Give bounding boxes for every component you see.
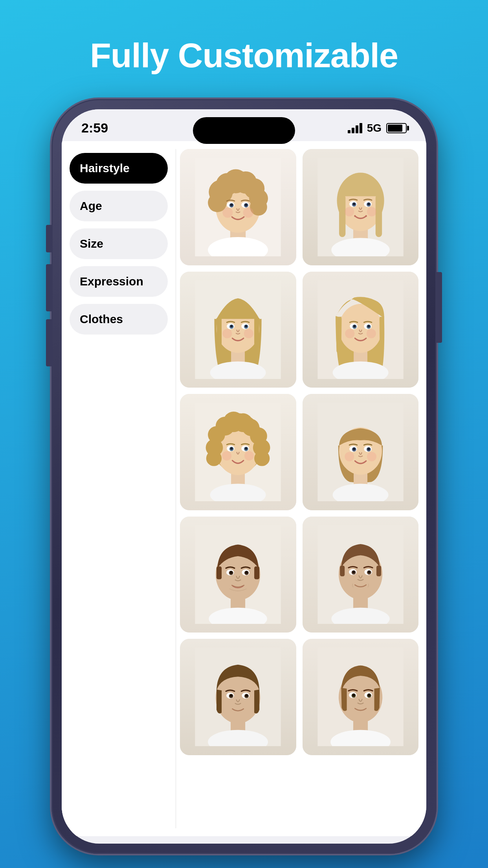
- svg-point-75: [254, 451, 270, 466]
- portrait-3[interactable]: [180, 272, 296, 388]
- svg-point-19: [243, 208, 253, 218]
- portrait-1[interactable]: [180, 149, 296, 265]
- svg-rect-101: [254, 566, 259, 579]
- svg-rect-113: [376, 565, 381, 576]
- volume-down-button: [46, 319, 51, 366]
- svg-point-95: [367, 452, 376, 462]
- svg-point-16: [230, 204, 233, 206]
- svg-point-92: [353, 448, 356, 451]
- volume-up-button: [46, 264, 51, 311]
- network-type: 5G: [367, 122, 382, 134]
- svg-point-106: [230, 571, 233, 574]
- svg-point-46: [245, 325, 248, 327]
- portrait-4[interactable]: [303, 272, 419, 388]
- svg-point-60: [367, 329, 376, 338]
- sidebar-item-hairstyle[interactable]: Hairstyle: [70, 153, 168, 184]
- svg-rect-100: [216, 566, 222, 579]
- svg-point-81: [245, 447, 248, 450]
- portrait-5[interactable]: [180, 394, 296, 510]
- svg-point-58: [367, 325, 370, 327]
- sidebar: Hairstyle Age Size Expression Clothes: [62, 141, 176, 836]
- dynamic-island: [193, 117, 295, 144]
- svg-point-59: [345, 329, 354, 338]
- portrait-8[interactable]: [303, 517, 419, 633]
- svg-point-107: [245, 571, 248, 574]
- portrait-10[interactable]: [303, 639, 419, 755]
- app-content: Hairstyle Age Size Expression Clothes: [62, 141, 426, 836]
- portrait-7[interactable]: [180, 517, 296, 633]
- svg-point-118: [352, 570, 355, 573]
- svg-rect-25: [339, 194, 345, 237]
- portrait-9[interactable]: [180, 639, 296, 755]
- battery-icon: [386, 123, 407, 133]
- sidebar-item-clothes[interactable]: Clothes: [70, 304, 168, 335]
- svg-point-18: [222, 208, 233, 218]
- mute-button: [46, 225, 51, 252]
- svg-point-57: [353, 325, 356, 327]
- svg-point-139: [368, 694, 371, 697]
- sidebar-item-expression[interactable]: Expression: [70, 266, 168, 297]
- sidebar-item-age[interactable]: Age: [70, 191, 168, 221]
- svg-point-48: [244, 329, 253, 338]
- svg-rect-26: [375, 194, 382, 237]
- svg-point-74: [206, 451, 222, 466]
- phone-screen: 2:59 5G Hairstyle: [62, 109, 426, 844]
- svg-point-129: [245, 694, 248, 697]
- svg-point-83: [244, 451, 254, 461]
- power-button: [437, 272, 442, 343]
- svg-point-93: [367, 448, 370, 451]
- status-right: 5G: [348, 122, 407, 134]
- svg-rect-112: [340, 565, 345, 576]
- phone-mockup: 2:59 5G Hairstyle: [51, 99, 437, 854]
- photo-grid: [176, 141, 426, 836]
- signal-icon: [348, 123, 362, 133]
- svg-point-82: [222, 451, 231, 461]
- sidebar-item-size[interactable]: Size: [70, 228, 168, 259]
- svg-point-128: [230, 694, 233, 697]
- portrait-6[interactable]: [303, 394, 419, 510]
- svg-point-80: [230, 447, 233, 450]
- svg-point-32: [367, 203, 370, 206]
- svg-point-35: [345, 207, 354, 217]
- svg-point-34: [365, 215, 367, 217]
- svg-point-47: [222, 329, 232, 338]
- svg-point-36: [367, 207, 376, 217]
- svg-point-17: [245, 204, 248, 206]
- status-time: 2:59: [81, 120, 108, 136]
- page-title: Fully Customizable: [90, 35, 398, 75]
- portrait-2[interactable]: [303, 149, 419, 265]
- svg-point-138: [352, 694, 355, 697]
- battery-fill: [388, 125, 402, 132]
- svg-point-31: [353, 203, 356, 206]
- svg-point-33: [354, 215, 356, 217]
- svg-point-94: [345, 452, 354, 462]
- svg-point-45: [230, 325, 233, 327]
- svg-point-119: [368, 570, 371, 573]
